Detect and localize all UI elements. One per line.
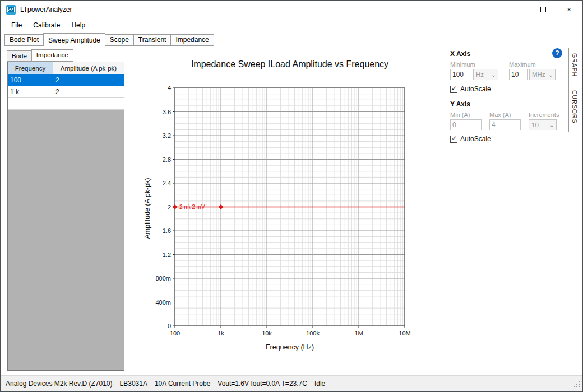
x-autoscale-checkbox[interactable] bbox=[450, 86, 457, 93]
minimize-button[interactable] bbox=[505, 1, 530, 18]
title-bar: LTpowerAnalyzer × bbox=[1, 1, 582, 18]
cell-amplitude[interactable]: 2 bbox=[53, 86, 124, 97]
svg-text:100k: 100k bbox=[306, 330, 320, 337]
tab-impedance[interactable]: Impedance bbox=[170, 34, 214, 46]
menu-help[interactable]: Help bbox=[66, 19, 91, 31]
table-row[interactable]: 100 2 bbox=[8, 74, 124, 86]
status-state: Idle bbox=[314, 380, 325, 388]
x-max-input[interactable] bbox=[509, 69, 528, 80]
close-icon: × bbox=[567, 5, 571, 14]
y-increments-label: Increments bbox=[529, 111, 559, 118]
y-autoscale-row: AutoScale bbox=[450, 135, 491, 143]
tab-transient[interactable]: Transient bbox=[133, 34, 172, 46]
svg-text:10M: 10M bbox=[399, 330, 410, 337]
resize-grip-icon[interactable] bbox=[573, 381, 580, 389]
x-autoscale-row: AutoScale bbox=[450, 85, 491, 93]
cell-amplitude[interactable] bbox=[53, 98, 124, 109]
x-min-unit-select[interactable]: Hz ⌄ bbox=[473, 69, 498, 80]
svg-text:2: 2 bbox=[168, 204, 171, 211]
minimize-icon bbox=[515, 10, 520, 10]
side-tab-strip: GRAPH CURSORS bbox=[568, 46, 582, 375]
side-tab-cursors[interactable]: CURSORS bbox=[568, 82, 580, 132]
close-button[interactable]: × bbox=[556, 1, 582, 18]
maximize-icon bbox=[540, 7, 546, 12]
svg-text:1M: 1M bbox=[354, 330, 363, 337]
svg-text:1.6: 1.6 bbox=[163, 227, 171, 234]
x-max-unit-select[interactable]: MHz ⌄ bbox=[529, 69, 556, 80]
table-header-row: Frequency Amplitude (A pk-pk) bbox=[8, 62, 124, 74]
svg-text:100: 100 bbox=[170, 330, 180, 337]
cell-frequency[interactable]: 100 bbox=[8, 74, 53, 86]
x-min-unit-value: Hz bbox=[474, 71, 489, 78]
table-empty-area bbox=[8, 110, 124, 370]
chart-x-axis-label: Frequency (Hz) bbox=[175, 343, 405, 351]
y-max-label: Max (A) bbox=[489, 111, 511, 118]
y-max-input[interactable] bbox=[489, 119, 521, 130]
svg-text:3.2: 3.2 bbox=[163, 132, 171, 139]
chart-area: Impedance Sweep ILoad Amplitude vs Frequ… bbox=[129, 46, 447, 375]
svg-text:3.6: 3.6 bbox=[163, 109, 171, 115]
chart-svg[interactable]: 0400m800m1.21.622.42.83.23.641001k10k100… bbox=[129, 46, 447, 375]
left-sub-tab-bar: Bode Impedance bbox=[7, 49, 73, 62]
y-min-input[interactable] bbox=[450, 119, 482, 130]
x-axis-group-title: X Axis bbox=[450, 50, 470, 58]
table-row-new[interactable] bbox=[8, 98, 124, 110]
svg-text:800m: 800m bbox=[155, 275, 171, 282]
column-header-frequency[interactable]: Frequency bbox=[8, 62, 53, 74]
status-probe: 10A Current Probe bbox=[155, 380, 210, 388]
svg-text:10k: 10k bbox=[262, 330, 272, 337]
chevron-down-icon: ⌄ bbox=[489, 72, 498, 78]
y-increments-value: 10 bbox=[529, 122, 548, 128]
y-autoscale-label: AutoScale bbox=[460, 135, 491, 143]
cell-frequency[interactable] bbox=[8, 98, 53, 109]
y-increments-select[interactable]: 10 ⌄ bbox=[529, 119, 557, 130]
x-autoscale-label: AutoScale bbox=[460, 85, 491, 93]
svg-text:400m: 400m bbox=[155, 299, 171, 306]
x-minimum-label: Minimum bbox=[450, 61, 475, 68]
status-board: LB3031A bbox=[120, 380, 147, 388]
menu-file[interactable]: File bbox=[6, 19, 27, 31]
app-window: LTpowerAnalyzer × File Calibrate Help Bo… bbox=[0, 0, 583, 392]
chevron-down-icon: ⌄ bbox=[547, 72, 555, 78]
y-min-label: Min (A) bbox=[450, 111, 470, 118]
cell-frequency[interactable]: 1 k bbox=[8, 86, 53, 97]
x-maximum-label: Maximum bbox=[509, 61, 536, 68]
status-measurements: Vout=1.6V Iout=0.0A T=23.7C bbox=[218, 380, 307, 388]
svg-text:4: 4 bbox=[168, 85, 171, 91]
svg-text:2 m\ 2 mV: 2 m\ 2 mV bbox=[179, 204, 205, 210]
tab-bode-plot[interactable]: Bode Plot bbox=[4, 34, 44, 46]
table-row[interactable]: 1 k 2 bbox=[8, 86, 124, 98]
side-tab-graph[interactable]: GRAPH bbox=[568, 48, 580, 82]
sweep-table-panel: Bode Impedance Frequency Amplitude (A pk… bbox=[6, 46, 129, 375]
chart-y-axis-label: Amplitude (A pk-pk) bbox=[144, 178, 151, 239]
status-bar: Analog Devices M2k Rev.D (Z7010) LB3031A… bbox=[1, 375, 582, 391]
x-max-unit-value: MHz bbox=[530, 71, 547, 78]
maximize-button[interactable] bbox=[530, 1, 556, 18]
cell-amplitude[interactable]: 2 bbox=[53, 74, 124, 86]
app-icon bbox=[6, 5, 16, 15]
axis-settings-panel: X Axis ? Minimum Maximum Hz ⌄ MHz ⌄ Auto… bbox=[447, 46, 567, 375]
svg-text:2.8: 2.8 bbox=[163, 156, 171, 163]
column-header-amplitude[interactable]: Amplitude (A pk-pk) bbox=[53, 62, 124, 74]
svg-text:1k: 1k bbox=[218, 330, 224, 337]
help-icon[interactable]: ? bbox=[552, 48, 562, 58]
status-device: Analog Devices M2k Rev.D (Z7010) bbox=[6, 380, 113, 388]
main-tab-bar: Bode Plot Sweep Amplitude Scope Transien… bbox=[1, 32, 582, 46]
tab-sweep-amplitude[interactable]: Sweep Amplitude bbox=[43, 33, 105, 46]
x-min-input[interactable] bbox=[450, 69, 471, 80]
y-autoscale-checkbox[interactable] bbox=[450, 136, 457, 143]
frequency-amplitude-table: Frequency Amplitude (A pk-pk) 100 2 1 k … bbox=[7, 62, 124, 371]
menu-bar: File Calibrate Help bbox=[1, 18, 582, 32]
menu-calibrate[interactable]: Calibrate bbox=[27, 19, 66, 31]
subtab-impedance[interactable]: Impedance bbox=[31, 49, 73, 62]
subtab-bode[interactable]: Bode bbox=[7, 50, 32, 62]
window-controls: × bbox=[505, 1, 582, 18]
chevron-down-icon: ⌄ bbox=[548, 122, 556, 128]
svg-text:0: 0 bbox=[168, 323, 171, 329]
svg-text:1.2: 1.2 bbox=[163, 251, 171, 258]
y-axis-group-title: Y Axis bbox=[450, 100, 470, 108]
window-title: LTpowerAnalyzer bbox=[20, 6, 72, 13]
tab-scope[interactable]: Scope bbox=[105, 34, 134, 46]
svg-text:2.4: 2.4 bbox=[163, 180, 171, 186]
